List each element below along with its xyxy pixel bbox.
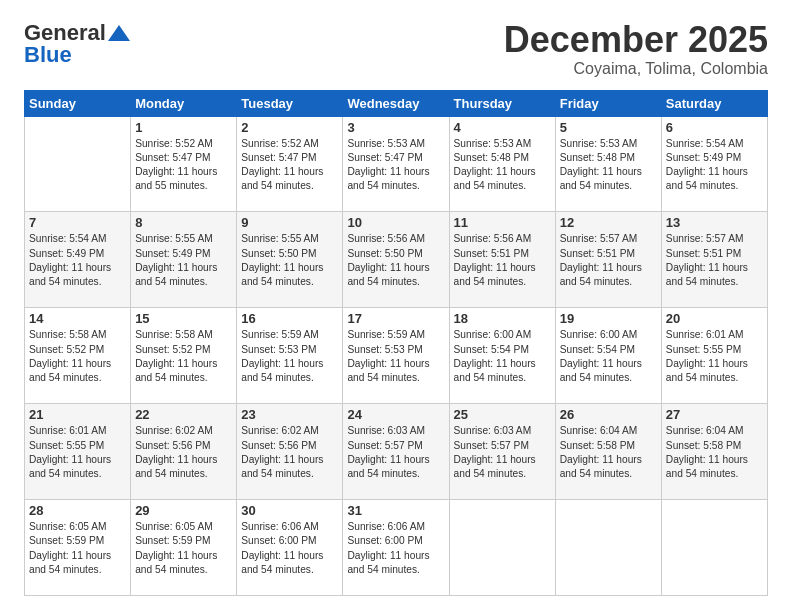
day-number: 31 bbox=[347, 503, 444, 518]
calendar-week-row: 21Sunrise: 6:01 AMSunset: 5:55 PMDayligh… bbox=[25, 404, 768, 500]
day-number: 2 bbox=[241, 120, 338, 135]
calendar-cell: 18Sunrise: 6:00 AMSunset: 5:54 PMDayligh… bbox=[449, 308, 555, 404]
day-info: Sunrise: 5:59 AMSunset: 5:53 PMDaylight:… bbox=[241, 328, 338, 385]
calendar-table: SundayMondayTuesdayWednesdayThursdayFrid… bbox=[24, 90, 768, 596]
day-info: Sunrise: 5:58 AMSunset: 5:52 PMDaylight:… bbox=[135, 328, 232, 385]
calendar-cell: 24Sunrise: 6:03 AMSunset: 5:57 PMDayligh… bbox=[343, 404, 449, 500]
day-info: Sunrise: 6:03 AMSunset: 5:57 PMDaylight:… bbox=[454, 424, 551, 481]
calendar-cell bbox=[661, 500, 767, 596]
calendar-header-monday: Monday bbox=[131, 90, 237, 116]
day-info: Sunrise: 6:06 AMSunset: 6:00 PMDaylight:… bbox=[241, 520, 338, 577]
day-number: 3 bbox=[347, 120, 444, 135]
day-number: 15 bbox=[135, 311, 232, 326]
calendar-cell: 8Sunrise: 5:55 AMSunset: 5:49 PMDaylight… bbox=[131, 212, 237, 308]
day-number: 11 bbox=[454, 215, 551, 230]
calendar-cell: 25Sunrise: 6:03 AMSunset: 5:57 PMDayligh… bbox=[449, 404, 555, 500]
day-info: Sunrise: 5:56 AMSunset: 5:51 PMDaylight:… bbox=[454, 232, 551, 289]
day-number: 13 bbox=[666, 215, 763, 230]
calendar-cell: 16Sunrise: 5:59 AMSunset: 5:53 PMDayligh… bbox=[237, 308, 343, 404]
calendar-header-tuesday: Tuesday bbox=[237, 90, 343, 116]
day-number: 18 bbox=[454, 311, 551, 326]
day-number: 4 bbox=[454, 120, 551, 135]
calendar-cell: 28Sunrise: 6:05 AMSunset: 5:59 PMDayligh… bbox=[25, 500, 131, 596]
calendar-cell bbox=[555, 500, 661, 596]
calendar-cell: 6Sunrise: 5:54 AMSunset: 5:49 PMDaylight… bbox=[661, 116, 767, 212]
calendar-cell bbox=[25, 116, 131, 212]
day-info: Sunrise: 5:55 AMSunset: 5:50 PMDaylight:… bbox=[241, 232, 338, 289]
calendar-week-row: 28Sunrise: 6:05 AMSunset: 5:59 PMDayligh… bbox=[25, 500, 768, 596]
day-number: 12 bbox=[560, 215, 657, 230]
day-info: Sunrise: 6:02 AMSunset: 5:56 PMDaylight:… bbox=[135, 424, 232, 481]
day-info: Sunrise: 5:57 AMSunset: 5:51 PMDaylight:… bbox=[560, 232, 657, 289]
day-number: 24 bbox=[347, 407, 444, 422]
calendar-header-sunday: Sunday bbox=[25, 90, 131, 116]
day-number: 10 bbox=[347, 215, 444, 230]
calendar-cell: 30Sunrise: 6:06 AMSunset: 6:00 PMDayligh… bbox=[237, 500, 343, 596]
calendar-cell: 1Sunrise: 5:52 AMSunset: 5:47 PMDaylight… bbox=[131, 116, 237, 212]
day-info: Sunrise: 5:54 AMSunset: 5:49 PMDaylight:… bbox=[666, 137, 763, 194]
day-number: 7 bbox=[29, 215, 126, 230]
calendar-cell: 29Sunrise: 6:05 AMSunset: 5:59 PMDayligh… bbox=[131, 500, 237, 596]
calendar-cell: 5Sunrise: 5:53 AMSunset: 5:48 PMDaylight… bbox=[555, 116, 661, 212]
day-info: Sunrise: 6:01 AMSunset: 5:55 PMDaylight:… bbox=[29, 424, 126, 481]
day-info: Sunrise: 5:52 AMSunset: 5:47 PMDaylight:… bbox=[241, 137, 338, 194]
page: General Blue December 2025 Coyaima, Toli… bbox=[0, 0, 792, 612]
day-number: 28 bbox=[29, 503, 126, 518]
day-number: 23 bbox=[241, 407, 338, 422]
day-number: 26 bbox=[560, 407, 657, 422]
title-block: December 2025 Coyaima, Tolima, Colombia bbox=[504, 20, 768, 78]
calendar-cell: 23Sunrise: 6:02 AMSunset: 5:56 PMDayligh… bbox=[237, 404, 343, 500]
calendar-cell: 10Sunrise: 5:56 AMSunset: 5:50 PMDayligh… bbox=[343, 212, 449, 308]
day-info: Sunrise: 5:53 AMSunset: 5:47 PMDaylight:… bbox=[347, 137, 444, 194]
calendar-cell: 22Sunrise: 6:02 AMSunset: 5:56 PMDayligh… bbox=[131, 404, 237, 500]
calendar-header-row: SundayMondayTuesdayWednesdayThursdayFrid… bbox=[25, 90, 768, 116]
day-info: Sunrise: 6:04 AMSunset: 5:58 PMDaylight:… bbox=[666, 424, 763, 481]
day-number: 21 bbox=[29, 407, 126, 422]
day-info: Sunrise: 6:05 AMSunset: 5:59 PMDaylight:… bbox=[135, 520, 232, 577]
day-number: 25 bbox=[454, 407, 551, 422]
day-number: 8 bbox=[135, 215, 232, 230]
day-number: 30 bbox=[241, 503, 338, 518]
day-number: 1 bbox=[135, 120, 232, 135]
calendar-cell: 31Sunrise: 6:06 AMSunset: 6:00 PMDayligh… bbox=[343, 500, 449, 596]
day-info: Sunrise: 6:03 AMSunset: 5:57 PMDaylight:… bbox=[347, 424, 444, 481]
day-info: Sunrise: 5:57 AMSunset: 5:51 PMDaylight:… bbox=[666, 232, 763, 289]
day-number: 27 bbox=[666, 407, 763, 422]
day-number: 19 bbox=[560, 311, 657, 326]
svg-marker-0 bbox=[108, 25, 130, 41]
day-number: 20 bbox=[666, 311, 763, 326]
day-info: Sunrise: 6:04 AMSunset: 5:58 PMDaylight:… bbox=[560, 424, 657, 481]
calendar-cell: 13Sunrise: 5:57 AMSunset: 5:51 PMDayligh… bbox=[661, 212, 767, 308]
day-number: 29 bbox=[135, 503, 232, 518]
day-info: Sunrise: 6:01 AMSunset: 5:55 PMDaylight:… bbox=[666, 328, 763, 385]
logo: General Blue bbox=[24, 20, 130, 68]
day-info: Sunrise: 5:53 AMSunset: 5:48 PMDaylight:… bbox=[560, 137, 657, 194]
calendar-cell: 3Sunrise: 5:53 AMSunset: 5:47 PMDaylight… bbox=[343, 116, 449, 212]
calendar-cell: 11Sunrise: 5:56 AMSunset: 5:51 PMDayligh… bbox=[449, 212, 555, 308]
calendar-header-thursday: Thursday bbox=[449, 90, 555, 116]
calendar-cell: 20Sunrise: 6:01 AMSunset: 5:55 PMDayligh… bbox=[661, 308, 767, 404]
subtitle: Coyaima, Tolima, Colombia bbox=[504, 60, 768, 78]
logo-icon bbox=[108, 25, 130, 41]
calendar-cell: 15Sunrise: 5:58 AMSunset: 5:52 PMDayligh… bbox=[131, 308, 237, 404]
day-number: 5 bbox=[560, 120, 657, 135]
header: General Blue December 2025 Coyaima, Toli… bbox=[24, 20, 768, 78]
day-info: Sunrise: 5:53 AMSunset: 5:48 PMDaylight:… bbox=[454, 137, 551, 194]
day-number: 9 bbox=[241, 215, 338, 230]
calendar-cell: 19Sunrise: 6:00 AMSunset: 5:54 PMDayligh… bbox=[555, 308, 661, 404]
calendar-header-friday: Friday bbox=[555, 90, 661, 116]
calendar-week-row: 1Sunrise: 5:52 AMSunset: 5:47 PMDaylight… bbox=[25, 116, 768, 212]
day-info: Sunrise: 6:05 AMSunset: 5:59 PMDaylight:… bbox=[29, 520, 126, 577]
calendar-cell: 21Sunrise: 6:01 AMSunset: 5:55 PMDayligh… bbox=[25, 404, 131, 500]
day-info: Sunrise: 5:56 AMSunset: 5:50 PMDaylight:… bbox=[347, 232, 444, 289]
calendar-cell: 26Sunrise: 6:04 AMSunset: 5:58 PMDayligh… bbox=[555, 404, 661, 500]
logo-blue: Blue bbox=[24, 42, 72, 68]
calendar-cell: 2Sunrise: 5:52 AMSunset: 5:47 PMDaylight… bbox=[237, 116, 343, 212]
day-number: 6 bbox=[666, 120, 763, 135]
day-info: Sunrise: 5:54 AMSunset: 5:49 PMDaylight:… bbox=[29, 232, 126, 289]
calendar-week-row: 14Sunrise: 5:58 AMSunset: 5:52 PMDayligh… bbox=[25, 308, 768, 404]
day-info: Sunrise: 5:55 AMSunset: 5:49 PMDaylight:… bbox=[135, 232, 232, 289]
day-info: Sunrise: 5:52 AMSunset: 5:47 PMDaylight:… bbox=[135, 137, 232, 194]
calendar-cell: 12Sunrise: 5:57 AMSunset: 5:51 PMDayligh… bbox=[555, 212, 661, 308]
calendar-cell: 7Sunrise: 5:54 AMSunset: 5:49 PMDaylight… bbox=[25, 212, 131, 308]
